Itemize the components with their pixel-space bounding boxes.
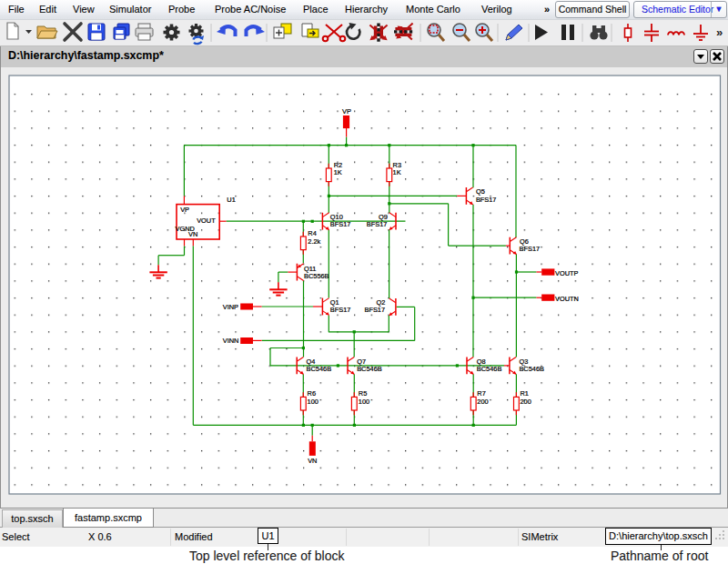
svg-text:VINP: VINP [223,303,238,311]
svg-text:BFS17: BFS17 [520,245,541,253]
svg-text:VOUTN: VOUTN [555,295,579,303]
svg-text:100: 100 [359,398,369,406]
svg-text:BC546B: BC546B [307,365,332,373]
svg-text:VP: VP [180,206,189,214]
svg-text:200: 200 [477,398,488,406]
svg-text:BFS17: BFS17 [330,220,351,228]
svg-text:BC546B: BC546B [477,365,502,373]
svg-text:VP: VP [342,107,351,116]
svg-text:VOUTP: VOUTP [555,269,579,277]
svg-text:U1: U1 [227,196,235,204]
svg-text:BC556B: BC556B [304,272,329,280]
svg-text:BFS17: BFS17 [476,196,497,204]
svg-text:1K: 1K [334,168,342,176]
svg-text:BFS17: BFS17 [330,306,351,314]
svg-text:200: 200 [521,398,531,406]
svg-text:VN: VN [188,230,197,238]
svg-text:VN: VN [308,457,317,465]
svg-text:1K: 1K [393,168,401,176]
svg-text:VINN: VINN [223,337,239,345]
svg-text:2.2k: 2.2k [308,237,320,246]
svg-text:VOUT: VOUT [197,217,216,225]
svg-text:BFS17: BFS17 [365,306,386,314]
svg-text:BC546B: BC546B [357,365,382,373]
svg-text:BFS17: BFS17 [367,220,388,228]
svg-text:»: » [716,25,723,39]
svg-text:100: 100 [308,398,318,406]
svg-text:BC546B: BC546B [519,365,544,373]
